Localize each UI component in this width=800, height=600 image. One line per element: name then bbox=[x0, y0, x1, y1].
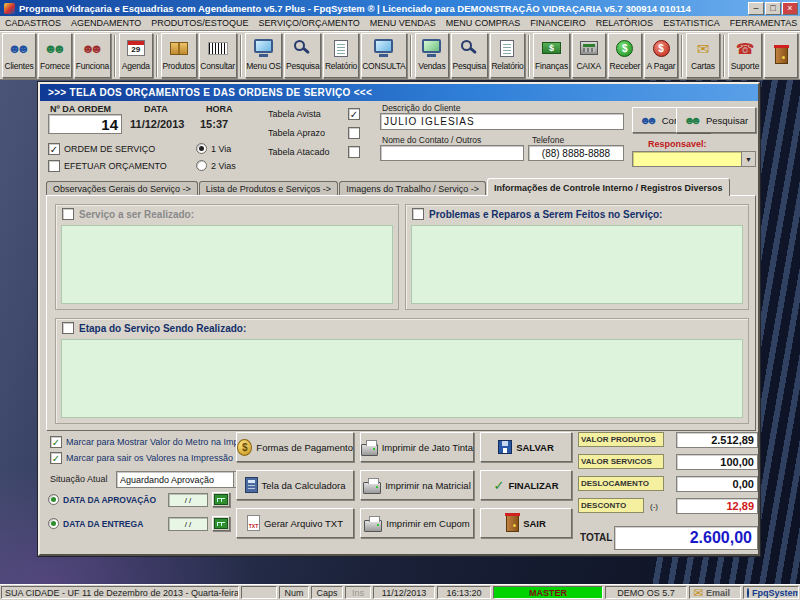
toolbar-button-caixa[interactable]: CAIXA bbox=[572, 33, 606, 78]
toolbar-button-relatorio-os[interactable]: Relatório bbox=[323, 33, 359, 78]
imprimir-cupom-button[interactable]: Imprimir em Cupom bbox=[360, 508, 474, 538]
client-description-input[interactable]: JULIO IGLESIAS bbox=[380, 113, 624, 130]
salvar-button[interactable]: SALVAR bbox=[480, 432, 572, 462]
budget-label: EFETUAR ORÇAMENTO bbox=[64, 161, 167, 171]
toolbar-button-consultar[interactable]: Consultar bbox=[199, 33, 237, 78]
menu-relatorios[interactable]: RELATÓRIOS bbox=[591, 18, 658, 28]
servico-textarea[interactable] bbox=[61, 225, 393, 304]
menu-ferramentas[interactable]: FERRAMENTAS bbox=[725, 18, 800, 28]
menu-financeiro[interactable]: FINANCEIRO bbox=[525, 18, 591, 28]
data-entrega-field[interactable]: / / bbox=[168, 517, 208, 531]
toolbar-button-consulta[interactable]: CONSULTA bbox=[361, 33, 407, 78]
tabela-atacado-row[interactable]: Tabela Atacado bbox=[268, 146, 360, 158]
toolbar-button-agenda[interactable]: 29 Agenda bbox=[119, 33, 153, 78]
consulta-monitor-icon bbox=[370, 35, 398, 61]
toolbar-button-funcionarios[interactable]: Funciona bbox=[74, 33, 111, 78]
one-via-radio-row[interactable]: 1 Via bbox=[196, 143, 231, 154]
exit-button[interactable] bbox=[764, 33, 798, 78]
problemas-textarea[interactable] bbox=[411, 225, 743, 304]
dollar-red-icon bbox=[647, 35, 675, 61]
print-values-checkbox[interactable] bbox=[50, 452, 62, 464]
etapa-checkbox[interactable] bbox=[62, 322, 74, 334]
data-aprovacao-calendar-button[interactable] bbox=[212, 492, 230, 507]
dollar-green-icon bbox=[611, 35, 639, 61]
two-vias-radio[interactable] bbox=[196, 160, 207, 171]
toolbar-button-suporte[interactable]: Suporte bbox=[728, 33, 762, 78]
finalizar-button[interactable]: FINALIZAR bbox=[480, 470, 572, 500]
toolbar-button-pesquisa-vendas[interactable]: Pesquisa bbox=[451, 33, 488, 78]
calculadora-button[interactable]: Tela da Calculadora bbox=[236, 470, 354, 500]
valor-produtos-value: 2.512,89 bbox=[676, 432, 758, 448]
etapa-textarea[interactable] bbox=[61, 339, 743, 418]
data-aprovacao-field[interactable]: / / bbox=[168, 493, 208, 507]
toolbar-button-relatorio-vendas[interactable]: Relatório bbox=[490, 33, 526, 78]
tabela-avista-row[interactable]: Tabela Avista bbox=[268, 108, 360, 120]
data-aprovacao-row[interactable]: DATA DA APROVAÇÃO bbox=[48, 494, 156, 505]
toolbar-button-vendas[interactable]: Vendas bbox=[415, 33, 449, 78]
tabela-avista-checkbox[interactable] bbox=[348, 108, 360, 120]
responsavel-combo[interactable] bbox=[632, 151, 756, 167]
formas-pagamento-button[interactable]: Formas de Pagamento bbox=[236, 432, 354, 462]
toolbar-button-clientes[interactable]: Clientes bbox=[2, 33, 36, 78]
imprimir-jato-button[interactable]: Imprimir de Jato Tinta bbox=[360, 432, 474, 462]
toolbar-button-a-pagar[interactable]: A Pagar bbox=[644, 33, 678, 78]
problemas-label: Problemas e Reparos a Serem Feitos no Se… bbox=[429, 209, 662, 220]
toolbar-button-cartas[interactable]: Cartas bbox=[686, 33, 720, 78]
tab-informacoes-controle[interactable]: Informações de Controle Interno / Regist… bbox=[487, 178, 730, 196]
minimize-button[interactable]: – bbox=[748, 2, 764, 15]
status-email[interactable]: Email bbox=[689, 586, 741, 599]
menu-servico-orcamento[interactable]: SERVIÇO/ORÇAMENTO bbox=[254, 18, 365, 28]
gerar-txt-label: Gerar Arquivo TXT bbox=[264, 518, 343, 529]
two-vias-radio-row[interactable]: 2 Vias bbox=[196, 160, 236, 171]
show-meter-value-row[interactable]: Marcar para Mostrar Valor do Metro na Im… bbox=[50, 436, 265, 448]
tab-imagens[interactable]: Imagens do Trabalho / Serviço -> bbox=[339, 181, 486, 196]
print-values-row[interactable]: Marcar para sair os Valores na Impressão bbox=[50, 452, 233, 464]
data-entrega-row[interactable]: DATA DA ENTREGA bbox=[48, 518, 143, 529]
toolbar-button-produtos[interactable]: Produtos bbox=[161, 33, 197, 78]
toolbar-button-pesquisa-os[interactable]: Pesquisa bbox=[284, 33, 321, 78]
toolbar-button-fornecedores[interactable]: Fornece bbox=[38, 33, 72, 78]
order-service-checkbox-row[interactable]: ORDEM DE SERVIÇO bbox=[48, 143, 155, 155]
data-aprovacao-label: DATA DA APROVAÇÃO bbox=[63, 495, 156, 505]
servico-checkbox[interactable] bbox=[62, 208, 74, 220]
tabela-aprazo-checkbox[interactable] bbox=[348, 127, 360, 139]
tab-lista-produtos[interactable]: Lista de Produtos e Serviços -> bbox=[199, 181, 338, 196]
show-meter-value-checkbox[interactable] bbox=[50, 436, 62, 448]
menu-estatistica[interactable]: ESTATISTICA bbox=[658, 18, 725, 28]
phone-label: Telefone bbox=[532, 135, 564, 145]
tab-observacoes[interactable]: Observações Gerais do Serviço -> bbox=[46, 181, 198, 196]
contact-name-input[interactable] bbox=[380, 145, 524, 161]
tabela-aprazo-row[interactable]: Tabela Aprazo bbox=[268, 127, 360, 139]
data-aprovacao-radio[interactable] bbox=[48, 494, 59, 505]
tabela-atacado-checkbox[interactable] bbox=[348, 146, 360, 158]
menu-produtos-estoque[interactable]: PRODUTOS/ESTOQUE bbox=[146, 18, 253, 28]
menu-compras[interactable]: MENU COMPRAS bbox=[441, 18, 526, 28]
menu-agendamento[interactable]: AGENDAMENTO bbox=[66, 18, 146, 28]
order-service-checkbox[interactable] bbox=[48, 143, 60, 155]
budget-checkbox[interactable] bbox=[48, 160, 60, 172]
sair-button[interactable]: SAIR bbox=[480, 508, 572, 538]
pesquisar-button[interactable]: Pesquisar bbox=[676, 107, 756, 133]
order-number-field[interactable]: 14 bbox=[48, 114, 122, 134]
budget-checkbox-row[interactable]: EFETUAR ORÇAMENTO bbox=[48, 160, 167, 172]
phone-input[interactable]: (88) 8888-8888 bbox=[528, 145, 624, 161]
problemas-checkbox[interactable] bbox=[412, 208, 424, 220]
menu-vendas[interactable]: MENU VENDAS bbox=[365, 18, 441, 28]
toolbar-button-financas[interactable]: Finanças bbox=[533, 33, 569, 78]
responsavel-dropdown-arrow-icon[interactable] bbox=[741, 152, 755, 166]
imprimir-matricial-button[interactable]: Imprimir na Matricial bbox=[360, 470, 474, 500]
etapa-groupbox: Etapa do Serviço Sendo Realizado: bbox=[55, 318, 749, 424]
pesquisar-button-label: Pesquisar bbox=[706, 115, 748, 126]
data-entrega-radio[interactable] bbox=[48, 518, 59, 529]
menu-cadastros[interactable]: CADASTROS bbox=[0, 18, 66, 28]
toolbar-button-menu-os[interactable]: Menu OS bbox=[245, 33, 283, 78]
maximize-button[interactable]: □ bbox=[765, 2, 781, 15]
situacao-combo[interactable]: Aguardando Aprovação bbox=[116, 471, 248, 488]
app-icon bbox=[4, 3, 15, 14]
data-entrega-calendar-button[interactable] bbox=[212, 516, 230, 531]
close-button[interactable]: × bbox=[782, 2, 798, 15]
gerar-txt-button[interactable]: TXT Gerar Arquivo TXT bbox=[236, 508, 354, 538]
clients-icon bbox=[5, 35, 33, 61]
toolbar-button-receber[interactable]: Receber bbox=[608, 33, 642, 78]
one-via-radio[interactable] bbox=[196, 143, 207, 154]
